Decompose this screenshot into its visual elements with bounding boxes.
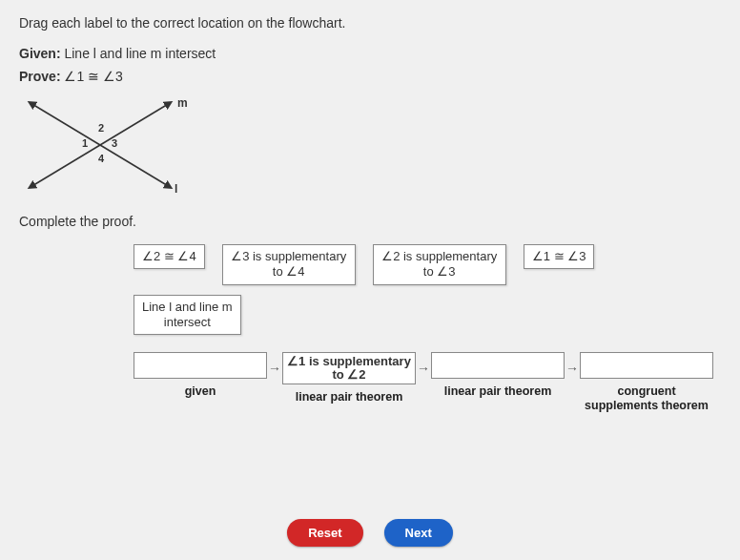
flow-cell-3: congruent supplements theorem [580, 352, 713, 413]
drop-spot-linear-pair-1-content: ∠1 is supplementary to ∠2 [287, 355, 411, 383]
flow-caption-lp1: linear pair theorem [282, 390, 416, 404]
flow-caption-given: given [134, 384, 267, 399]
drag-label-lines-intersect[interactable]: Line l and line m intersect [134, 295, 241, 336]
drop-spot-linear-pair-2[interactable] [431, 352, 565, 379]
flow-arrow-1: → [416, 352, 431, 384]
flow-arrow-0: → [267, 352, 282, 384]
label-bank: ∠2 ≅ ∠4 ∠3 is supplementary to ∠4 ∠2 is … [134, 244, 721, 335]
next-button[interactable]: Next [384, 519, 453, 547]
drop-spot-given[interactable] [134, 352, 267, 379]
angle-2-label: 2 [98, 122, 104, 134]
drag-label-angle1-cong-angle3[interactable]: ∠1 ≅ ∠3 [524, 244, 595, 269]
line-m-label: m [177, 96, 188, 110]
flow-arrow-2: → [565, 352, 580, 384]
diagram-svg: m l 2 1 3 4 [19, 92, 191, 206]
button-row: Reset Next [0, 519, 740, 547]
angle-1-label: 1 [82, 137, 88, 149]
complete-proof-text: Complete the proof. [19, 214, 721, 229]
angle-3-label: 3 [112, 137, 117, 149]
line-l-label: l [175, 182, 177, 196]
flow-caption-lp2: linear pair theorem [431, 384, 565, 399]
flow-cell-0: given [134, 352, 267, 399]
prove-text: ∠1 ≅ ∠3 [61, 69, 123, 84]
drag-label-angle2-supp-angle3[interactable]: ∠2 is supplementary to ∠3 [373, 244, 506, 285]
flow-cell-2: linear pair theorem [431, 352, 565, 399]
prove-line: Prove: ∠1 ≅ ∠3 [19, 69, 721, 84]
given-prefix: Given: [19, 46, 61, 61]
instructions-text: Drag each label to the correct location … [19, 15, 721, 31]
drag-label-angle2-cong-angle4[interactable]: ∠2 ≅ ∠4 [134, 244, 205, 269]
flowchart-row: given → ∠1 is supplementary to ∠2 linear… [134, 352, 721, 413]
flow-cell-1: ∠1 is supplementary to ∠2 linear pair th… [282, 352, 416, 404]
given-text: Line l and line m intersect [61, 46, 216, 61]
drop-spot-linear-pair-1[interactable]: ∠1 is supplementary to ∠2 [282, 352, 416, 384]
prove-prefix: Prove: [19, 69, 61, 84]
bank-row-2: Line l and line m intersect [134, 295, 721, 336]
drop-spot-congruent-supp[interactable] [580, 352, 713, 379]
flow-caption-cst: congruent supplements theorem [580, 384, 713, 413]
angle-4-label: 4 [98, 153, 105, 164]
reset-button[interactable]: Reset [287, 519, 362, 547]
drag-label-angle3-supp-angle4[interactable]: ∠3 is supplementary to ∠4 [222, 244, 356, 285]
intersecting-lines-diagram: m l 2 1 3 4 [19, 92, 191, 206]
bank-row-1: ∠2 ≅ ∠4 ∠3 is supplementary to ∠4 ∠2 is … [134, 244, 721, 285]
given-line: Given: Line l and line m intersect [19, 46, 721, 61]
